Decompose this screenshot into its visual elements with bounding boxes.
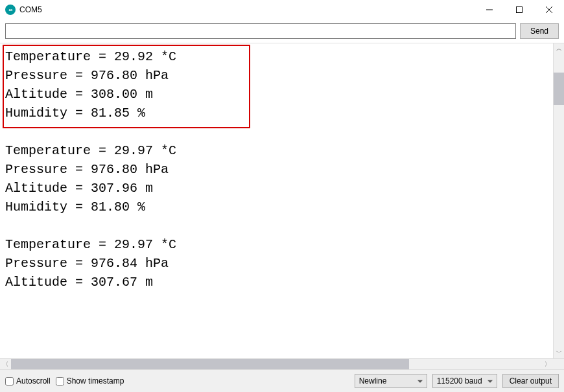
send-button[interactable]: Send — [520, 23, 559, 39]
timestamp-checkbox[interactable] — [56, 377, 64, 386]
scroll-down-button[interactable]: ﹀ — [554, 347, 564, 358]
horizontal-scroll-row: 〈 〉 — [0, 358, 564, 369]
vertical-scrollbar[interactable]: ︿ ﹀ — [553, 43, 564, 358]
serial-input[interactable] — [5, 23, 516, 39]
line-ending-value: Newline — [359, 376, 387, 386]
scroll-left-button[interactable]: 〈 — [0, 359, 11, 369]
output-line: Altitude = 308.00 m — [5, 85, 548, 104]
output-line: Pressure = 976.84 hPa — [5, 254, 548, 273]
baud-rate-value: 115200 baud — [437, 376, 482, 386]
serial-output: Temperature = 29.92 *CPressure = 976.80 … — [0, 43, 553, 358]
horizontal-scrollbar[interactable]: 〈 〉 — [0, 359, 553, 369]
scroll-corner — [553, 359, 564, 369]
horizontal-scroll-thumb[interactable] — [11, 359, 409, 369]
clear-output-button[interactable]: Clear output — [502, 374, 559, 388]
output-line: Pressure = 976.80 hPa — [5, 160, 548, 179]
output-line: Altitude = 307.67 m — [5, 273, 548, 292]
baud-rate-select[interactable]: 115200 baud — [432, 374, 497, 388]
bottom-bar: Autoscroll Show timestamp Newline 115200… — [0, 369, 564, 392]
window-title: COM5 — [19, 5, 475, 14]
output-line: Humidity = 81.85 % — [5, 104, 548, 122]
output-line: Temperature = 29.97 *C — [5, 141, 548, 160]
output-line: Humidity = 81.80 % — [5, 198, 548, 216]
window-controls — [475, 0, 564, 19]
maximize-button[interactable] — [504, 0, 534, 19]
svg-rect-1 — [517, 7, 523, 13]
timestamp-checkbox-wrap[interactable]: Show timestamp — [56, 376, 124, 386]
output-line — [5, 122, 548, 141]
output-line — [5, 216, 548, 235]
close-button[interactable] — [534, 0, 564, 19]
minimize-button[interactable] — [475, 0, 504, 19]
output-line: Altitude = 307.96 m — [5, 179, 548, 198]
vertical-scroll-thumb[interactable] — [554, 73, 564, 105]
output-line: Pressure = 976.80 hPa — [5, 66, 548, 85]
arduino-icon: ∞ — [5, 5, 16, 15]
timestamp-label: Show timestamp — [67, 376, 124, 386]
output-line: Temperature = 29.92 *C — [5, 47, 548, 66]
autoscroll-checkbox-wrap[interactable]: Autoscroll — [5, 376, 51, 386]
titlebar: ∞ COM5 — [0, 0, 564, 19]
scroll-up-button[interactable]: ︿ — [554, 43, 564, 54]
input-row: Send — [0, 19, 564, 43]
autoscroll-checkbox[interactable] — [5, 377, 14, 386]
line-ending-select[interactable]: Newline — [355, 374, 427, 388]
output-area: Temperature = 29.92 *CPressure = 976.80 … — [0, 43, 564, 358]
autoscroll-label: Autoscroll — [16, 376, 51, 386]
output-line: Temperature = 29.97 *C — [5, 235, 548, 254]
scroll-right-button[interactable]: 〉 — [542, 359, 553, 369]
